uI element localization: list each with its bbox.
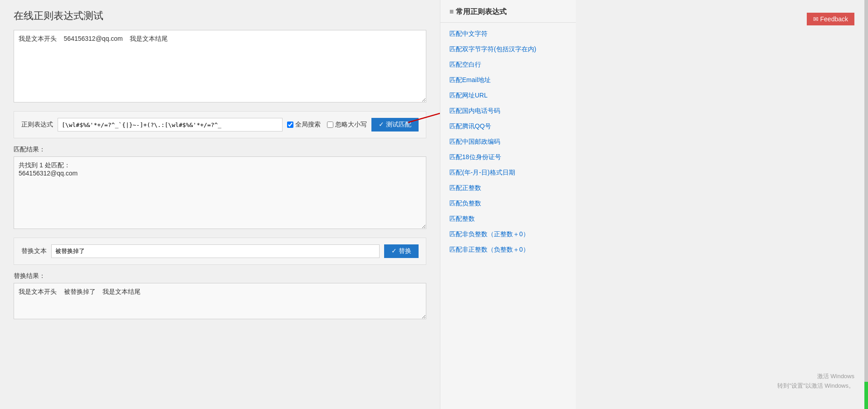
- ignore-case-checkbox[interactable]: 忽略大小写: [327, 121, 367, 129]
- watermark-line2: 转到"设置"以激活 Windows。: [777, 381, 854, 391]
- scrollbar[interactable]: [864, 0, 868, 409]
- sidebar-item-0[interactable]: 匹配中文字符: [440, 26, 576, 42]
- regex-input[interactable]: [58, 118, 283, 131]
- sidebar: ≡ 常用正则表达式 匹配中文字符匹配双字节字符(包括汉字在内)匹配空白行匹配Em…: [440, 0, 576, 409]
- sidebar-title: ≡ 常用正则表达式: [440, 7, 576, 23]
- sidebar-item-11[interactable]: 匹配负整数: [440, 196, 576, 211]
- scrollbar-thumb[interactable]: [864, 382, 868, 409]
- global-search-input[interactable]: [287, 122, 293, 128]
- sidebar-items: 匹配中文字符匹配双字节字符(包括汉字在内)匹配空白行匹配Email地址匹配网址U…: [440, 26, 576, 258]
- replace-input[interactable]: [51, 244, 380, 258]
- sidebar-item-13[interactable]: 匹配非负整数（正整数＋0）: [440, 227, 576, 242]
- sidebar-item-3[interactable]: 匹配Email地址: [440, 73, 576, 88]
- global-search-checkbox[interactable]: 全局搜索: [287, 121, 321, 129]
- sidebar-item-1[interactable]: 匹配双字节字符(包括汉字在内): [440, 42, 576, 57]
- replace-label: 替换文本: [21, 247, 47, 255]
- sidebar-item-14[interactable]: 匹配非正整数（负整数＋0）: [440, 242, 576, 258]
- sidebar-item-2[interactable]: 匹配空白行: [440, 57, 576, 73]
- sidebar-item-9[interactable]: 匹配(年-月-日)格式日期: [440, 165, 576, 180]
- sidebar-item-12[interactable]: 匹配整数: [440, 211, 576, 227]
- replace-button[interactable]: ✓ 替换: [384, 244, 419, 258]
- replace-result[interactable]: [14, 283, 426, 319]
- sidebar-item-6[interactable]: 匹配腾讯QQ号: [440, 119, 576, 134]
- sidebar-item-7[interactable]: 匹配中国邮政编码: [440, 134, 576, 150]
- text-input[interactable]: [14, 30, 426, 102]
- sidebar-item-4[interactable]: 匹配网址URL: [440, 88, 576, 103]
- test-button[interactable]: ✓ 测试匹配: [371, 118, 419, 131]
- windows-watermark: 激活 Windows 转到"设置"以激活 Windows。: [777, 372, 854, 391]
- ignore-case-input[interactable]: [327, 122, 333, 128]
- ignore-case-label: 忽略大小写: [335, 121, 367, 129]
- regex-label: 正则表达式: [21, 121, 53, 129]
- regex-row: 正则表达式 全局搜索 忽略大小写 ✓ 测试匹配: [14, 111, 426, 138]
- sidebar-item-8[interactable]: 匹配18位身份证号: [440, 150, 576, 165]
- sidebar-item-5[interactable]: 匹配国内电话号码: [440, 103, 576, 119]
- replace-row: 替换文本 ✓ 替换: [14, 238, 426, 265]
- sidebar-item-10[interactable]: 匹配正整数: [440, 180, 576, 196]
- match-result[interactable]: [14, 156, 426, 229]
- feedback-button[interactable]: ✉ Feedback: [807, 13, 854, 25]
- match-label: 匹配结果：: [14, 146, 426, 154]
- replace-result-label: 替换结果：: [14, 272, 426, 280]
- global-search-label: 全局搜索: [295, 121, 321, 129]
- checkbox-group: 全局搜索 忽略大小写: [287, 121, 367, 129]
- watermark-line1: 激活 Windows: [777, 372, 854, 381]
- page-title: 在线正则表达式测试: [14, 9, 426, 23]
